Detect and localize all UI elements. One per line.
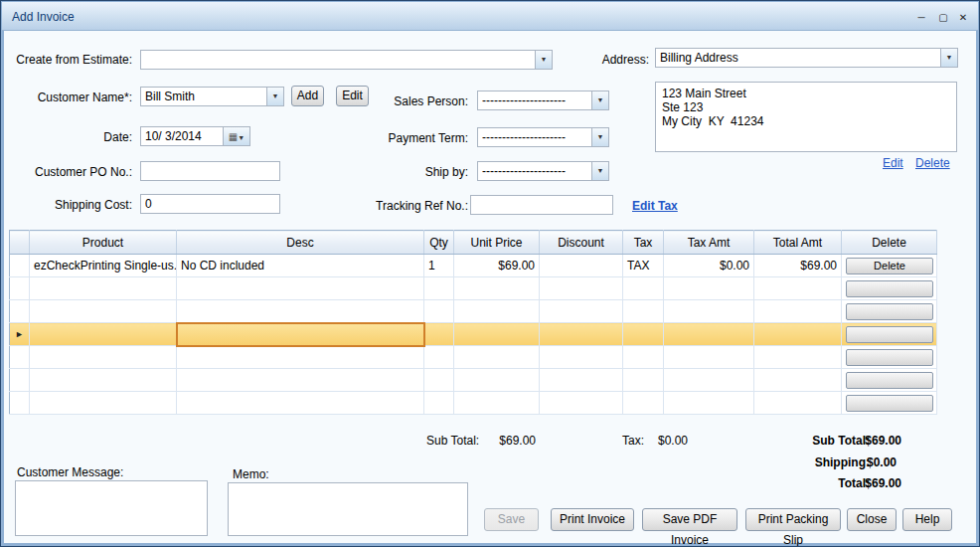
row-selector-cell[interactable]	[10, 300, 30, 323]
date-picker[interactable]: 10/ 3/2014 ▦▼	[140, 126, 250, 146]
delete-row-button[interactable]	[846, 303, 933, 320]
customer-message-input[interactable]	[15, 480, 208, 536]
close-icon[interactable]: ✕	[954, 10, 972, 25]
chevron-down-icon[interactable]: ▼	[535, 51, 552, 69]
total-amt-cell[interactable]: $69.00	[754, 255, 842, 277]
chevron-down-icon[interactable]: ▼	[940, 49, 957, 67]
ship-by-label: Ship by:	[377, 165, 468, 179]
tracking-ref-label: Tracking Ref No.:	[359, 199, 468, 213]
table-row	[10, 392, 937, 415]
sub-total-value: $69.00	[490, 434, 536, 448]
summary-shipping-value: $0.00	[867, 456, 897, 469]
sub-total-label: Sub Total:	[426, 434, 479, 448]
add-customer-button[interactable]: Add	[291, 86, 324, 106]
row-selector-cell[interactable]	[10, 346, 30, 369]
unit-price-cell[interactable]: $69.00	[454, 255, 540, 277]
customer-po-label: Customer PO No.:	[9, 165, 132, 179]
table-row	[10, 369, 937, 392]
col-total-amt: Total Amt	[754, 231, 842, 255]
delete-cell: Delete	[842, 255, 937, 277]
summary-sub-total-label: Sub Total:	[812, 434, 870, 448]
shipping-cost-label: Shipping Cost:	[9, 198, 132, 212]
delete-row-button[interactable]	[846, 349, 933, 366]
memo-label: Memo:	[233, 467, 269, 481]
payment-term-combo[interactable]: --------------------- ▼	[477, 127, 609, 147]
print-packing-slip-button[interactable]: Print Packing Slip	[745, 508, 841, 531]
add-invoice-window: Add Invoice ─ ▢ ✕ Create from Estimate: …	[0, 0, 980, 547]
delete-row-button[interactable]	[846, 326, 933, 343]
tax-amt-cell[interactable]: $0.00	[664, 255, 754, 277]
window-title: Add Invoice	[12, 10, 75, 24]
delete-row-button[interactable]: Delete	[846, 258, 933, 274]
col-qty: Qty	[424, 231, 454, 255]
summary-total-value: $69.00	[865, 476, 901, 490]
ship-by-combo[interactable]: --------------------- ▼	[477, 161, 609, 181]
row-selector-cell[interactable]: ►	[10, 323, 30, 346]
desc-cell[interactable]: No CD included	[177, 255, 424, 277]
qty-cell[interactable]: 1	[424, 255, 454, 277]
sales-person-label: Sales Person:	[377, 94, 468, 108]
table-row	[10, 300, 937, 323]
print-invoice-button[interactable]: Print Invoice	[551, 508, 634, 531]
table-row: ezCheckPrinting Single-us... No CD inclu…	[10, 255, 937, 277]
titlebar[interactable]: Add Invoice ─ ▢ ✕	[2, 2, 978, 31]
table-header-row: Product Desc Qty Unit Price Discount Tax…	[10, 231, 937, 255]
shipping-cost-input[interactable]	[140, 194, 280, 214]
active-edit-cell[interactable]	[177, 323, 424, 346]
col-tax-amt: Tax Amt	[664, 231, 754, 255]
col-row-selector	[10, 231, 30, 255]
col-unit-price: Unit Price	[454, 231, 540, 255]
chevron-down-icon[interactable]: ▼	[266, 88, 283, 105]
row-selector-cell[interactable]	[10, 392, 30, 415]
row-selector-cell[interactable]	[10, 255, 30, 277]
row-selector-cell[interactable]	[10, 369, 30, 392]
chevron-down-icon[interactable]: ▼	[591, 91, 608, 109]
customer-message-label: Customer Message:	[17, 465, 123, 479]
customer-name-combo[interactable]: Bill Smith ▼	[140, 87, 284, 106]
close-button[interactable]: Close	[847, 508, 897, 531]
col-delete: Delete	[842, 231, 937, 255]
save-button[interactable]: Save	[484, 508, 539, 531]
col-desc: Desc	[177, 231, 424, 255]
tax-cell[interactable]: TAX	[623, 255, 664, 277]
tax-value: $0.00	[650, 434, 688, 448]
minimize-icon[interactable]: ─	[912, 10, 930, 25]
payment-term-label: Payment Term:	[377, 131, 468, 145]
col-tax: Tax	[623, 231, 664, 255]
summary-sub-total-value: $69.00	[865, 434, 901, 448]
chevron-down-icon[interactable]: ▼	[591, 128, 608, 146]
table-row-selected: ►	[10, 323, 937, 346]
estimate-combo[interactable]: ▼	[140, 50, 553, 70]
delete-row-button[interactable]	[846, 372, 933, 389]
chevron-down-icon[interactable]: ▼	[591, 162, 608, 180]
delete-row-button[interactable]	[846, 280, 933, 297]
billing-address-display: 123 Main Street Ste 123 My City KY 41234	[655, 82, 957, 152]
address-delete-link[interactable]: Delete	[915, 156, 950, 170]
maximize-icon[interactable]: ▢	[934, 10, 952, 25]
summary-shipping-label: Shipping:	[815, 456, 870, 469]
product-cell[interactable]: ezCheckPrinting Single-us...	[30, 255, 177, 277]
sales-person-combo[interactable]: --------------------- ▼	[477, 91, 609, 110]
col-discount: Discount	[540, 231, 623, 255]
edit-tax-link[interactable]: Edit Tax	[632, 199, 678, 213]
help-button[interactable]: Help	[902, 508, 952, 531]
table-row	[10, 277, 937, 300]
row-selector-cell[interactable]	[10, 277, 30, 300]
discount-cell[interactable]	[540, 255, 623, 277]
invoice-items-table: Product Desc Qty Unit Price Discount Tax…	[9, 230, 937, 415]
tracking-ref-input[interactable]	[470, 195, 613, 215]
delete-row-button[interactable]	[846, 395, 933, 412]
edit-customer-button[interactable]: Edit	[336, 86, 369, 106]
save-pdf-invoice-button[interactable]: Save PDF Invoice	[642, 508, 737, 531]
memo-input[interactable]	[228, 482, 468, 536]
chevron-down-icon: ▼	[238, 134, 245, 141]
address-combo[interactable]: Billing Address ▼	[655, 48, 958, 68]
address-label: Address:	[568, 53, 649, 67]
estimate-label: Create from Estimate:	[9, 53, 132, 67]
customer-po-input[interactable]	[140, 161, 280, 181]
table-row	[10, 346, 937, 369]
address-edit-link[interactable]: Edit	[883, 156, 903, 170]
tax-label: Tax:	[622, 434, 644, 448]
calendar-icon: ▦	[229, 131, 238, 142]
customer-name-label: Customer Name*:	[9, 91, 132, 104]
